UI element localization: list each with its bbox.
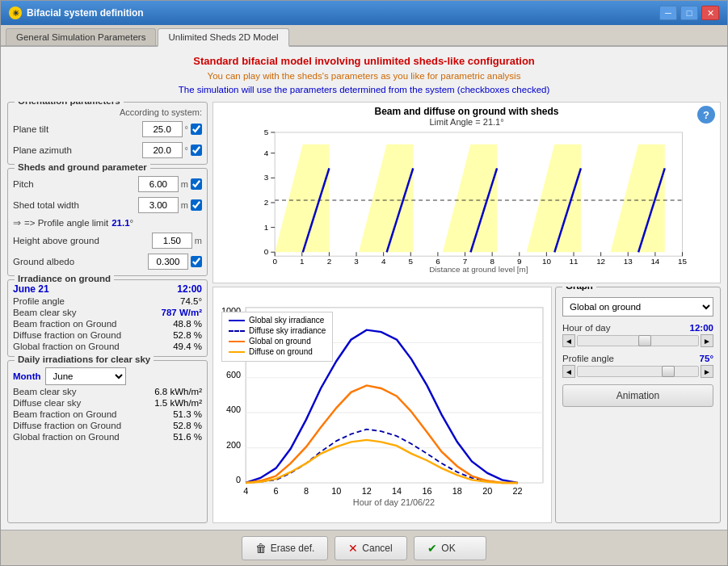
albedo-label: Ground albedo [13, 257, 74, 266]
irradiance-group-label: Irradiance on ground [15, 274, 114, 283]
main-area: Orientation parameters According to syst… [7, 102, 721, 523]
close-button[interactable]: ✕ [701, 6, 719, 20]
svg-text:8: 8 [304, 486, 309, 496]
plane-tilt-unit: ° [185, 124, 188, 134]
plane-tilt-input[interactable] [142, 121, 183, 137]
svg-text:3: 3 [354, 257, 359, 266]
svg-text:12: 12 [596, 257, 605, 266]
hour-label: Hour of day [562, 323, 610, 333]
graph-panel: Graph Global on ground Diffuse on ground… [555, 287, 721, 523]
minimize-button[interactable]: ─ [659, 6, 677, 20]
daily-diffuse-fraction-value: 52.8 % [173, 421, 202, 430]
plane-azimuth-check[interactable] [191, 145, 202, 156]
legend-global-sky: Global sky irradiance [229, 316, 326, 325]
left-panel: Orientation parameters According to syst… [7, 102, 208, 523]
svg-text:3: 3 [264, 173, 269, 182]
month-select[interactable]: June January February March April May Ju… [45, 367, 126, 385]
svg-text:20: 20 [482, 486, 492, 496]
beam-fraction-label: Beam fraction on Ground [13, 319, 117, 329]
height-row: Height above ground m [13, 232, 202, 249]
top-chart-svg: 0 1 2 3 4 5 6 7 [217, 128, 717, 272]
daily-beam-fraction-value: 51.3 % [173, 409, 202, 419]
height-right: m [152, 233, 202, 249]
svg-text:14: 14 [650, 257, 659, 266]
svg-text:1: 1 [300, 257, 305, 266]
irradiance-header: June 21 12:00 [13, 283, 202, 295]
profile-angle-irr-label: Profile angle [13, 296, 65, 306]
svg-text:10: 10 [331, 486, 341, 496]
daily-diffuse-fraction-row: Diffuse fraction on Ground 52.8 % [13, 421, 202, 430]
profile-angle-irr-value: 74.5° [180, 296, 202, 306]
hour-slider-bar[interactable] [577, 335, 699, 346]
cancel-button[interactable]: ✕ Cancel [335, 536, 407, 560]
profile-slider-thumb[interactable] [662, 366, 675, 377]
plane-azimuth-input[interactable] [142, 142, 183, 158]
shed-width-check[interactable] [191, 199, 202, 211]
albedo-input[interactable] [148, 254, 188, 270]
shed-width-input[interactable] [138, 197, 179, 213]
hour-slider-control: ◄ ► [562, 334, 713, 347]
tab-unlimited[interactable]: Unlimited Sheds 2D Model [158, 28, 288, 47]
diffuse-fraction-label: Diffuse fraction on Ground [13, 330, 121, 340]
albedo-row: Ground albedo [13, 253, 202, 270]
top-chart: ? Beam and diffuse on ground with sheds … [213, 102, 721, 283]
profile-slider-bar[interactable] [577, 366, 699, 377]
pitch-right: m [138, 176, 202, 192]
window-controls: ─ □ ✕ [659, 6, 719, 20]
top-chart-title: Beam and diffuse on ground with sheds [217, 106, 717, 117]
svg-text:2: 2 [327, 257, 332, 266]
hour-right-arrow[interactable]: ► [701, 334, 713, 347]
hour-label-row: Hour of day 12:00 [562, 323, 713, 333]
beam-fraction-row: Beam fraction on Ground 48.8 % [13, 319, 202, 329]
bottom-chart: Global sky irradiance Diffuse sky irradi… [213, 287, 552, 523]
legend-diffuse-ground: Diffuse on ground [229, 347, 326, 356]
pitch-check[interactable] [191, 178, 202, 190]
profile-left-arrow[interactable]: ◄ [562, 365, 575, 378]
svg-text:200: 200 [226, 440, 241, 450]
graph-dropdown[interactable]: Global on ground Diffuse on ground Beam … [562, 297, 713, 317]
svg-text:0: 0 [272, 257, 277, 266]
pitch-label: Pitch [13, 179, 34, 189]
profile-right-arrow[interactable]: ► [701, 365, 713, 378]
svg-text:Distance at ground level [m]: Distance at ground level [m] [429, 265, 528, 274]
svg-text:1: 1 [264, 223, 269, 232]
ok-button[interactable]: ✔ OK [414, 536, 486, 560]
albedo-check[interactable] [191, 256, 202, 267]
according-row: According to system: [13, 107, 202, 117]
ok-icon: ✔ [427, 542, 437, 555]
global-fraction-row: Global fraction on Ground 49.4 % [13, 342, 202, 351]
hour-left-arrow[interactable]: ◄ [562, 334, 575, 347]
svg-text:0: 0 [236, 475, 241, 484]
pitch-row: Pitch m [13, 175, 202, 193]
maximize-button[interactable]: □ [680, 6, 698, 20]
irradiance-group: Irradiance on ground June 21 12:00 Profi… [7, 279, 208, 357]
daily-global-fraction-row: Global fraction on Ground 51.6 % [13, 432, 202, 442]
help-button[interactable]: ? [697, 106, 715, 124]
beam-sky-row: Beam clear sky 787 W/m² [13, 308, 202, 317]
svg-text:22: 22 [513, 486, 523, 496]
top-chart-subtitle: Limit Angle = 21.1° [217, 117, 717, 127]
pitch-input[interactable] [138, 176, 179, 192]
daily-global-fraction-value: 51.6 % [173, 432, 202, 442]
sheds-group: Sheds and ground parameter Pitch m Shed … [7, 168, 208, 276]
plane-tilt-check[interactable] [191, 124, 202, 135]
orientation-group: Orientation parameters According to syst… [7, 102, 208, 165]
hour-slider-row: Hour of day 12:00 ◄ ► [562, 323, 713, 347]
height-input[interactable] [152, 233, 192, 249]
erase-icon: 🗑 [255, 542, 267, 555]
diffuse-fraction-row: Diffuse fraction on Ground 52.8 % [13, 330, 202, 340]
hour-slider-thumb[interactable] [638, 335, 651, 346]
svg-text:600: 600 [226, 370, 241, 379]
profile-angle-row: ⇒ => Profile angle limit 21.1 ° [13, 217, 202, 228]
erase-button[interactable]: 🗑 Erase def. [242, 536, 329, 560]
daily-beam-fraction-row: Beam fraction on Ground 51.3 % [13, 409, 202, 419]
global-fraction-value: 49.4 % [173, 342, 202, 351]
hour-value: 12:00 [690, 323, 713, 333]
shed-width-row: Shed total width m [13, 196, 202, 214]
animation-button[interactable]: Animation [562, 384, 713, 407]
tab-general[interactable]: General Simulation Parameters [6, 28, 156, 45]
legend-diffuse-sky: Diffuse sky irradiance [229, 326, 326, 335]
right-panel: ? Beam and diffuse on ground with sheds … [213, 102, 721, 523]
svg-text:0: 0 [264, 247, 269, 256]
daily-beam-value: 6.8 kWh/m² [154, 387, 202, 396]
